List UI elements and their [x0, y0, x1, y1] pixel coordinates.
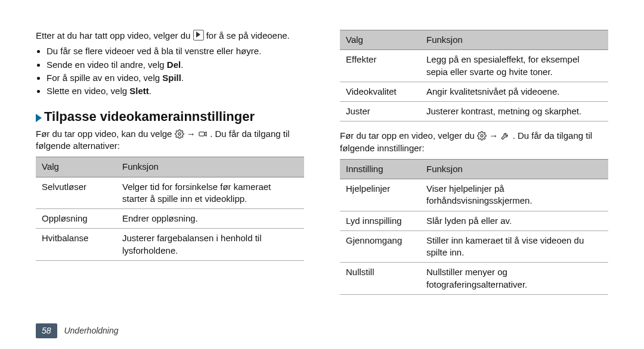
bullet-list: Du får se flere videoer ved å bla til ve…: [36, 45, 304, 97]
table-row: OppløsningEndrer oppløsning.: [36, 209, 304, 229]
intro-paragraph: Etter at du har tatt opp video, velger d…: [36, 30, 304, 42]
table-row: EffekterLegg på en spesialeffekt, for ek…: [340, 50, 608, 82]
cell: Stiller inn kameraet til å vise videoen …: [420, 230, 608, 263]
page-number: 58: [36, 323, 57, 338]
table-row: VideokvalitetAngir kvalitetsnivået på vi…: [340, 82, 608, 101]
cell: Angir kvalitetsnivået på videoene.: [420, 82, 608, 101]
cell: Legg på en spesialeffekt, for eksempel s…: [420, 50, 608, 82]
table-header: Funksjon: [420, 159, 608, 179]
table-header: Valg: [340, 30, 420, 50]
play-icon: [193, 30, 204, 40]
table-header: Funksjon: [116, 157, 304, 177]
options-table-1b: Valg Funksjon EffekterLegg på en spesial…: [340, 30, 608, 121]
svg-point-2: [481, 135, 483, 137]
cell: Viser hjelpelinjer på forhåndsvisningssk…: [420, 179, 608, 211]
table-header: Innstilling: [340, 159, 420, 179]
list-item: Slette en video, velg Slett.: [47, 85, 304, 97]
bullet-text: .: [149, 86, 151, 96]
arrow-text: →: [489, 130, 500, 141]
wrench-icon: [500, 131, 510, 141]
bullet-text: .: [181, 60, 183, 70]
settings-paragraph: Før du tar opp en video, velger du → . D…: [340, 130, 608, 154]
cell: Lyd innspilling: [340, 211, 420, 230]
subtext-paragraph: Før du tar opp video, kan du velge → . D…: [36, 128, 304, 152]
settings-table: Innstilling Funksjon HjelpelinjerViser h…: [340, 159, 608, 295]
bullet-text: .: [181, 73, 184, 83]
table-row: HvitbalanseJusterer fargebalansen i henh…: [36, 229, 304, 261]
cell: Effekter: [340, 50, 420, 82]
settings-text: Før du tar opp en video, velger du: [340, 130, 477, 141]
bullet-bold: Del: [167, 60, 181, 70]
options-table-1: Valg Funksjon SelvutløserVelger tid for …: [36, 157, 304, 261]
table-row: HjelpelinjerViser hjelpelinjer på forhån…: [340, 179, 608, 211]
table-row: GjennomgangStiller inn kameraet til å vi…: [340, 230, 608, 263]
gear-icon: [477, 131, 487, 141]
heading-text: Tilpasse videokamerainnstillinger: [44, 109, 255, 124]
svg-point-0: [178, 133, 181, 135]
cell: Nullstill: [340, 263, 420, 295]
table-header: Valg: [36, 157, 116, 177]
page-footer: 58 Underholdning: [0, 323, 119, 338]
bullet-bold: Slett: [129, 86, 149, 96]
cell: Nullstiller menyer og fotograferingsalte…: [420, 263, 608, 295]
bullet-text: Sende en video til andre, velg: [47, 60, 167, 70]
svg-rect-1: [199, 132, 205, 136]
cell: Endrer oppløsning.: [116, 209, 304, 229]
cell: Selvutløser: [36, 177, 116, 209]
arrow-text: →: [187, 129, 198, 139]
cell: Gjennomgang: [340, 230, 420, 263]
bullet-text: For å spille av en video, velg: [47, 73, 162, 83]
section-name: Underholdning: [64, 326, 118, 335]
cell: Justerer fargebalansen i henhold til lys…: [116, 229, 304, 261]
cell: Videokvalitet: [340, 82, 420, 101]
cell: Slår lyden på eller av.: [420, 211, 608, 230]
bullet-text: Du får se flere videoer ved å bla til ve…: [47, 46, 261, 56]
intro-after: for å se på videoene.: [206, 30, 290, 40]
cell: Juster: [340, 102, 420, 121]
table-row: NullstillNullstiller menyer og fotografe…: [340, 263, 608, 295]
cell: Velger tid for forsinkelse før kameraet …: [116, 177, 304, 209]
cell: Hvitbalanse: [36, 229, 116, 261]
list-item: Du får se flere videoer ved å bla til ve…: [47, 45, 304, 57]
bullet-text: Slette en video, velg: [47, 86, 129, 96]
list-item: For å spille av en video, velg Spill.: [47, 72, 304, 84]
table-header: Funksjon: [420, 30, 608, 50]
table-row: SelvutløserVelger tid for forsinkelse fø…: [36, 177, 304, 209]
bullet-bold: Spill: [162, 73, 181, 83]
intro-before: Etter at du har tatt opp video, velger d…: [36, 30, 193, 40]
cell: Hjelpelinjer: [340, 179, 420, 211]
cell: Oppløsning: [36, 209, 116, 229]
table-row: JusterJusterer kontrast, metning og skar…: [340, 102, 608, 121]
subtext: Før du tar opp video, kan du velge: [36, 129, 175, 139]
gear-icon: [175, 129, 184, 139]
camera-icon: [198, 129, 208, 139]
cell: Justerer kontrast, metning og skarphet.: [420, 102, 608, 121]
section-heading: Tilpasse videokamerainnstillinger: [36, 108, 304, 126]
chevron-icon: [36, 114, 42, 122]
list-item: Sende en video til andre, velg Del.: [47, 59, 304, 71]
table-row: Lyd innspillingSlår lyden på eller av.: [340, 211, 608, 230]
